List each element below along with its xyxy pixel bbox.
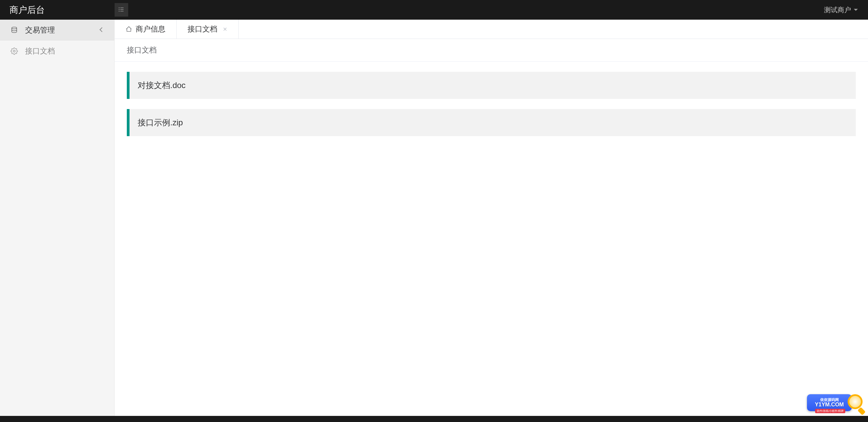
svg-rect-5 (120, 11, 124, 12)
main-container: 交易管理 接口文档 商户信息 接口文档 ✕ (0, 20, 868, 416)
file-name: 接口示例.zip (138, 118, 183, 127)
file-list: 对接文档.doc 接口示例.zip (115, 62, 868, 156)
user-dropdown[interactable]: 测试商户 (824, 5, 868, 15)
logo-text: 商户后台 (9, 4, 45, 16)
close-icon[interactable]: ✕ (222, 26, 228, 32)
sidebar-toggle-button[interactable] (115, 3, 128, 17)
svg-point-6 (12, 27, 17, 29)
sidebar: 交易管理 接口文档 (0, 20, 115, 416)
header: 商户后台 测试商户 (0, 0, 868, 20)
gear-icon (10, 47, 18, 55)
sidebar-item-transactions[interactable]: 交易管理 (0, 20, 114, 41)
sidebar-item-label: 交易管理 (25, 25, 55, 35)
file-item[interactable]: 对接文档.doc (127, 72, 856, 99)
caret-down-icon (854, 9, 858, 11)
file-item[interactable]: 接口示例.zip (127, 109, 856, 136)
tab-label: 接口文档 (188, 24, 217, 34)
tabs-bar: 商户信息 接口文档 ✕ (115, 20, 868, 39)
app-logo: 商户后台 (0, 0, 112, 20)
menu-icon (118, 6, 125, 14)
svg-point-0 (119, 7, 120, 8)
content-area: 商户信息 接口文档 ✕ 接口文档 对接文档.doc 接口示例.zip (115, 20, 868, 416)
user-label: 测试商户 (824, 5, 851, 15)
svg-point-2 (119, 9, 120, 10)
svg-point-7 (13, 50, 15, 52)
home-icon (125, 26, 132, 33)
file-name: 对接文档.doc (138, 81, 185, 90)
svg-rect-1 (120, 7, 124, 8)
database-icon (10, 26, 18, 34)
tab-label: 商户信息 (136, 24, 165, 34)
svg-point-4 (119, 10, 120, 12)
footer-bar (0, 416, 868, 422)
chevron-left-icon (100, 27, 104, 32)
tab-api-docs[interactable]: 接口文档 ✕ (177, 20, 239, 39)
svg-rect-3 (120, 9, 124, 10)
sidebar-item-label: 接口文档 (25, 46, 55, 56)
tab-merchant-info[interactable]: 商户信息 (115, 20, 177, 39)
page-title: 接口文档 (115, 39, 868, 62)
sidebar-item-api-docs[interactable]: 接口文档 (0, 41, 114, 62)
page-body: 接口文档 对接文档.doc 接口示例.zip (115, 39, 868, 416)
